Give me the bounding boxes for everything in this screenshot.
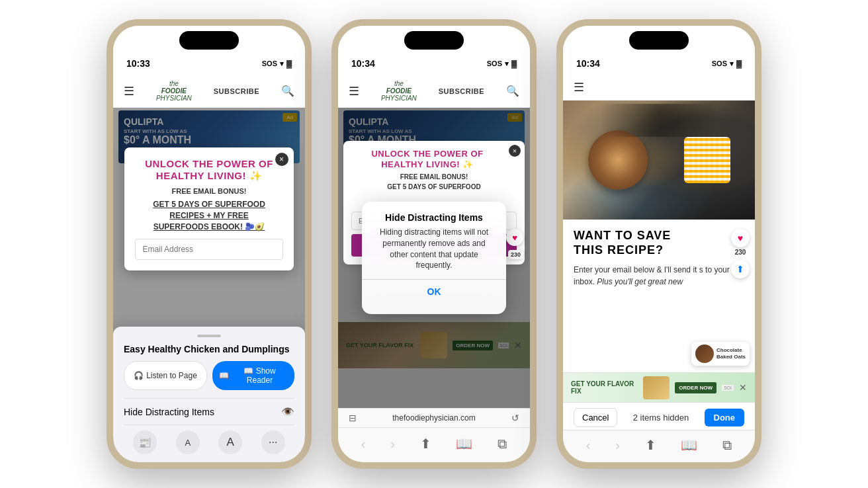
flavor-img-3	[643, 376, 670, 399]
choc-circle-3	[695, 345, 714, 363]
forward-btn-2[interactable]: ›	[385, 434, 400, 454]
dynamic-island-3	[629, 31, 689, 50]
done-btn-3[interactable]: Done	[705, 409, 745, 427]
listen-btn-1[interactable]: 🎧 Listen to Page	[124, 361, 207, 390]
reader-icon-1: 📖	[219, 371, 229, 380]
close-flavor-3[interactable]: ✕	[739, 382, 747, 393]
more-options-btn-1[interactable]: ···	[261, 430, 285, 454]
status-icons-1: SOS ▾ ▓	[262, 60, 292, 68]
speckle-3	[563, 104, 755, 137]
headphone-icon-1: 🎧	[134, 371, 144, 380]
heart-count-3: 230	[735, 249, 746, 256]
order-btn-3[interactable]: ORDER NOW	[675, 382, 716, 393]
url-bar-2: ⊟ thefoodiephysician.com ↺	[338, 408, 530, 427]
phone-2: 10:34 SOS ▾ ▓ ☰ the FOODIE PHYSICIAN SUB…	[331, 19, 537, 469]
url-text-2[interactable]: thefoodiephysician.com	[357, 413, 511, 423]
subscribe-btn-1[interactable]: SUBSCRIBE	[214, 87, 259, 95]
back-btn-3[interactable]: ‹	[581, 435, 596, 456]
font-small-btn-1[interactable]: A	[176, 430, 200, 454]
eye-slash-icon-1: 👁️	[281, 405, 294, 418]
phone-3: 10:34 SOS ▾ ▓ ☰	[556, 19, 761, 469]
recipe-content-3: WANT TO SAVETHIS RECIPE? Enter your emai…	[563, 220, 755, 372]
font-large-btn-1[interactable]: A	[218, 430, 242, 454]
reader-btn-1[interactable]: 📖 📖 Show Reader	[212, 361, 294, 390]
back-btn-2[interactable]: ‹	[356, 434, 371, 454]
status-time-1: 10:33	[126, 58, 150, 69]
flavor-text-3: GET YOUR FLAVOR FIX	[571, 380, 638, 395]
sheet-buttons-1: 🎧 Listen to Page 📖 📖 Show Reader	[124, 361, 294, 390]
bookmarks-btn-3[interactable]: 📖	[675, 434, 703, 456]
popup-body-2: GET 5 DAYS OF SUPERFOOD	[351, 183, 517, 190]
page-icon-btn-1[interactable]: 📰	[133, 430, 157, 454]
alert-message-2: Hiding distracting items will not perman…	[372, 227, 496, 271]
battery-3: ▓	[736, 60, 742, 67]
popup-body-1: GET 5 DAYS OF SUPERFOOD RECIPES + MY FRE…	[135, 199, 282, 232]
forward-btn-3[interactable]: ›	[610, 435, 625, 456]
status-bar-1: 10:33 SOS ▾ ▓	[113, 50, 305, 75]
logo-text-1: the FOODIE PHYSICIAN	[156, 80, 192, 102]
popup-subtitle-1: FREE EMAIL BONUS!	[135, 187, 282, 195]
site-header-3: ☰	[563, 75, 755, 101]
tabs-btn-3[interactable]: ⧉	[717, 435, 737, 456]
share-btn-2[interactable]: ⬆	[415, 433, 437, 454]
reader-icon-bar-2[interactable]: ⊟	[349, 413, 357, 423]
refresh-icon-2[interactable]: ↺	[511, 413, 519, 423]
wifi-2: ▾	[505, 60, 509, 68]
status-bar-3: 10:34 SOS ▾ ▓	[563, 50, 755, 75]
heart-badge-3[interactable]: ♥	[731, 229, 750, 247]
choc-text-3: Chocolate Baked Oats	[716, 347, 746, 361]
notch-area-1	[113, 26, 305, 50]
hamburger-icon-1[interactable]: ☰	[124, 84, 134, 99]
alert-box-2: Hide Distracting Items Hiding distractin…	[362, 202, 506, 314]
hamburger-icon-3[interactable]: ☰	[574, 81, 584, 94]
status-bar-2: 10:34 SOS ▾ ▓	[338, 50, 530, 75]
phone-content-2: QULIPTA START WITH AS LOW AS $0° A MONTH…	[338, 108, 530, 408]
status-time-3: 10:34	[576, 58, 600, 69]
dynamic-island-2	[404, 31, 464, 50]
hide-distracting-row-1[interactable]: Hide Distracting Items 👁️	[124, 398, 294, 425]
popup-1: × UNLOCK THE POWER OFHEALTHY LIVING! ✨ F…	[124, 147, 293, 270]
food-circle-3	[588, 130, 648, 190]
soi-badge-3: SOI	[722, 385, 734, 391]
bookmarks-btn-2[interactable]: 📖	[451, 433, 478, 454]
recipe-title-3: WANT TO SAVETHIS RECIPE?	[574, 229, 744, 257]
bottom-nav-3: ‹ › ⬆ 📖 ⧉	[563, 430, 755, 462]
search-icon-2[interactable]: 🔍	[506, 85, 519, 97]
status-time-2: 10:34	[351, 58, 375, 69]
phone-1: 10:33 SOS ▾ ▓ ☰ the FOODIE PHYSICIAN S	[107, 19, 312, 469]
sheet-icons-1: 📰 A A ···	[124, 425, 294, 457]
dynamic-island-1	[179, 31, 239, 50]
alert-ok-btn-2[interactable]: OK	[372, 280, 496, 304]
wifi-icon-1: ▾	[280, 60, 284, 68]
popup-title-1: UNLOCK THE POWER OFHEALTHY LIVING! ✨	[135, 158, 282, 182]
bottom-bar-3: Cancel 2 items hidden Done	[563, 402, 755, 430]
popup-subtitle-2: FREE EMAIL BONUS!	[351, 173, 517, 181]
signal-2: SOS	[487, 60, 502, 67]
site-logo-2: the FOODIE PHYSICIAN	[381, 80, 417, 102]
share-btn-3[interactable]: ⬆	[640, 434, 662, 456]
bottom-nav-2: ‹ › ⬆ 📖 ⧉	[338, 427, 530, 462]
share-badge-3[interactable]: ⬆	[731, 260, 750, 278]
tabs-btn-2[interactable]: ⧉	[492, 434, 512, 454]
signal-3: SOS	[712, 60, 727, 67]
cancel-btn-3[interactable]: Cancel	[574, 408, 617, 427]
popup-close-btn-2[interactable]: ×	[509, 145, 521, 157]
logo-text-2: the FOODIE PHYSICIAN	[381, 80, 417, 102]
hamburger-icon-2[interactable]: ☰	[349, 84, 359, 99]
sheet-handle-1	[197, 335, 221, 337]
alert-overlay-2: × UNLOCK THE POWER OFHEALTHY LIVING! ✨ F…	[338, 108, 530, 408]
popup-title-2: UNLOCK THE POWER OFHEALTHY LIVING! ✨	[351, 149, 517, 169]
count-badge-2: 230	[508, 250, 523, 259]
site-logo-1: the FOODIE PHYSICIAN	[156, 80, 192, 102]
site-header-2: ☰ the FOODIE PHYSICIAN SUBSCRIBE 🔍	[338, 75, 530, 108]
search-icon-1[interactable]: 🔍	[281, 85, 294, 97]
signal-text-1: SOS	[262, 60, 277, 67]
email-input-1[interactable]	[135, 239, 282, 260]
notch-area-3	[563, 26, 755, 50]
subscribe-btn-2[interactable]: SUBSCRIBE	[439, 87, 484, 95]
battery-2: ▓	[511, 60, 517, 67]
popup-close-btn-1[interactable]: ×	[275, 153, 288, 166]
site-header-1: ☰ the FOODIE PHYSICIAN SUBSCRIBE 🔍	[113, 75, 305, 108]
recipe-desc-3: Enter your email below & I'll send it s …	[574, 264, 744, 288]
food-image-3	[563, 101, 755, 220]
